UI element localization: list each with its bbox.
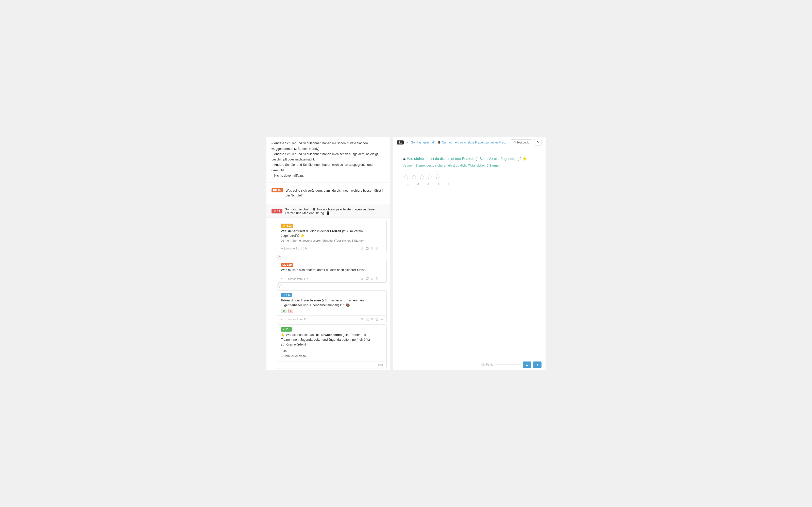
jumps-val: 11c [296,247,300,250]
subq-11c-card: ↑↓ 11c Hören dir die Erwachsenen (z.B. T… [277,290,387,323]
image-icon-c[interactable]: 🖼 [365,318,369,321]
star-3[interactable]: ☆ [419,172,425,181]
jumps-icon: ↩ [281,247,283,250]
section-11-header: IE 11 So. Fast geschafft. 🎓 Nur noch ein… [266,205,390,218]
right-panel: 11 → So. Fast geschafft. 🎓 Nur noch ein … [393,136,546,370]
q-mid: fühlst du dich in deiner [425,157,462,161]
comes-from-label-c: comes from [288,318,302,321]
bullet-item-1: Andere Schüler und Schülerinnen haben mi… [271,141,385,152]
delete-icon-c[interactable]: 🗑 [375,318,378,321]
subq-11b-badge: EE 11b [281,263,293,267]
reply-icon-c: ↩ [281,318,283,321]
star-2[interactable]: ☆ [411,172,417,181]
q-sicher: sicher [414,157,424,161]
subq-11a-inner: ⭐ 11a Wie sicher fühlst du dich in deine… [277,221,387,245]
subq-11d-card: ✓ 11d 🙏 Wünscht du dir, dass die Erwachs… [277,325,387,369]
copy-icon-c[interactable]: ⧉ [371,317,373,321]
jumps-label: jumps to [284,247,295,250]
subq-11c-tags: Ja X [281,309,383,313]
progress-label: 0% Fertig [481,363,493,366]
bullet-list-section: Andere Schüler und Schülerinnen haben mi… [266,136,390,183]
right-header: 11 → So. Fast geschafft. 🎓 Nur noch ein … [393,136,546,148]
progress-bar [495,364,521,365]
q-emoji: ⭐ [522,157,527,161]
q-freizeit: Freizeit [462,157,474,161]
subq-11d-badge: ✓ 11d [281,327,292,332]
jumps-to-info: ↩ jumps to 11c | 11c [281,247,308,250]
right-header-text: So. Fast geschafft. 🎓 Nur noch ein paar … [411,141,509,144]
star-label-5: 5 [444,182,453,185]
subq-11a-badge: ⭐ 11a [281,224,293,228]
copy-icon[interactable]: ⧉ [371,246,373,250]
delete-icon[interactable]: 🗑 [375,247,378,250]
section-11-badge: IE 11 [271,209,283,214]
comes-from-label: comes from [288,277,302,280]
subq-11b-actions: ↩ → comes from 11a ⚙ 🖼 ⧉ 🗑 ··· [277,275,387,282]
bullet-item-2: Andere Schüler und Schülerinnen haben mi… [271,152,385,163]
subq-11b-icons[interactable]: ⚙ 🖼 ⧉ 🗑 ··· [360,277,383,281]
left-panel: Andere Schüler und Schülerinnen haben mi… [266,136,390,370]
subq-11a-card: ⭐ 11a Wie sicher fühlst du dich in deine… [277,221,387,252]
subq-11d-text: 🙏 Wünscht du dir, dass die Erwachsenen (… [281,333,383,347]
plus-btn-2[interactable]: + [277,284,282,289]
settings-icon[interactable]: ⚙ [360,247,363,250]
arrow-symbol: → [406,140,409,144]
star-labels: 1 2 3 4 5 [403,182,536,185]
q10t-badge: EE 10t [271,188,283,192]
bullet-item-3: Andere Schüler und Schülerinnen haben mi… [271,162,385,173]
more-icon-c[interactable]: ··· [380,318,383,321]
subq-11d-actions: ⌨ [277,361,387,369]
more-icon[interactable]: ··· [380,247,383,250]
tag-ja: Ja [281,309,287,313]
plus-btn-1[interactable]: + [277,254,282,259]
subq-11b-comes-from: ↩ → comes from 11a [281,277,308,280]
subq-11c-text: Hören dir die Erwachsenen (z.B. Trainer … [281,298,383,308]
settings-icon-c[interactable]: ⚙ [360,318,363,321]
subq-11c-badge: ↑↓ 11c [281,293,292,297]
step-badge: 11 [397,140,403,145]
section-badge-num: 11 [277,210,280,213]
subq-11a-hint: Je mehr Sterne, desto sicherer fühlst du… [281,239,383,242]
q10t-row: EE 10t Was sollte sich verändern, damit … [266,185,390,201]
nav-up-button[interactable]: ▲ [523,361,531,368]
test-logic-label: Test Logic [517,141,529,144]
subq-11c-inner: ↑↓ 11c Hören dir die Erwachsenen (z.B. T… [277,290,387,316]
copy-icon-header: ⧉ [514,141,516,144]
stars-row[interactable]: ☆ ☆ ☆ ☆ ☆ [403,172,536,181]
subq-11b-ref: 11a [303,277,308,280]
copy-icon-b[interactable]: ⧉ [371,277,373,281]
star-label-3: 3 [424,182,433,185]
q-wie: Wie [407,157,414,161]
star-4[interactable]: ☆ [426,172,433,181]
star-5[interactable]: ☆ [435,172,441,181]
subq-11a-action-left: ↩ jumps to 11c | 11c [281,247,308,250]
subq-11c-ref: 11a [303,318,308,321]
star-1[interactable]: ☆ [403,172,409,181]
subq-11a-actions: ↩ jumps to 11c | 11c ⚙ 🖼 ⧉ 🗑 ··· [277,245,387,252]
image-icon-b[interactable]: 🖼 [365,277,369,281]
ref-val: 11c [303,247,308,250]
reply-icon: ↩ [281,277,283,280]
more-icon-b[interactable]: ··· [380,277,383,281]
right-hint: Je mehr Sterne, desto sicherer fühlst du… [403,164,536,167]
subq-11a-icons[interactable]: ⚙ 🖼 ⧉ 🗑 ··· [360,246,383,250]
tag-x: X [288,309,294,313]
star-label-4: 4 [434,182,443,185]
delete-icon-b[interactable]: 🗑 [375,277,378,281]
subq-11b-inner: EE 11b Was müsste sich ändern, damit du … [277,260,387,275]
section-11-text: So. Fast geschafft. 🎓 Nur noch ein paar … [285,207,385,215]
settings-icon-b[interactable]: ⚙ [360,277,363,281]
subq-11d-inner: ✓ 11d 🙏 Wünscht du dir, dass die Erwachs… [277,325,387,361]
nav-down-button[interactable]: ▼ [533,361,542,368]
question-prefix: a. [403,157,406,161]
keyboard-icon[interactable]: ⌨ [378,363,383,367]
subq-11d-icons[interactable]: ⌨ [378,363,383,367]
image-icon[interactable]: 🖼 [365,247,369,250]
q-post: (z.B. im Verein, Jugendtreff)? [475,157,521,161]
test-logic-button[interactable]: ⧉ Test Logic [511,139,532,145]
subq-11c-icons[interactable]: ⚙ 🖼 ⧉ 🗑 ··· [360,317,383,321]
subq-11c-actions: ↩ → comes from 11a ⚙ 🖼 ⧉ 🗑 ··· [277,315,387,323]
q10t-text: Was sollte sich verändern, damit du dich… [286,188,385,198]
refresh-button[interactable]: ↻ [534,139,542,146]
subq-11d-opt1: – Ja. [281,349,383,354]
